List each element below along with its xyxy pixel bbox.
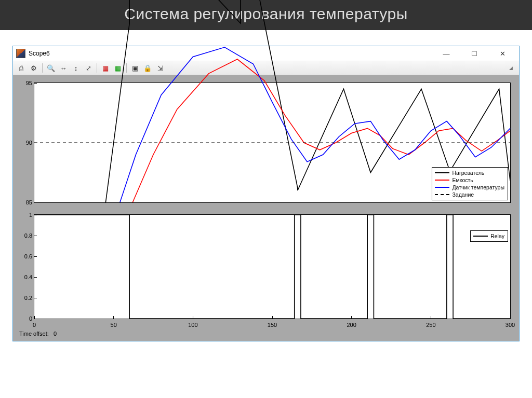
cursor1-icon[interactable]: ▦ [100, 63, 111, 73]
toolbar: ⎙ ⚙ 🔍 ↔ ↕ ⤢ ▦ ▦ ▣ 🔒 ⇲ ◢ [13, 61, 519, 75]
y-tick-label: 90 [19, 140, 32, 146]
zoom-x-icon[interactable]: ↔ [58, 63, 69, 73]
x-tick-label: 250 [426, 322, 435, 328]
y-tick-label: 1 [19, 212, 32, 218]
plot-area: НагревательЕмкостьДатчик температурыЗада… [13, 75, 519, 341]
slide-title: Система регулирования температуры [0, 0, 532, 30]
y-tick-label: 0.6 [19, 253, 32, 259]
zoom-icon[interactable]: 🔍 [46, 63, 56, 73]
legend-temperature: НагревательЕмкостьДатчик температурыЗада… [432, 167, 508, 200]
toolbar-separator [42, 63, 43, 73]
lock-icon[interactable]: 🔒 [142, 63, 153, 73]
toolbar-separator [126, 63, 127, 73]
x-tick-label: 200 [347, 322, 356, 328]
dropdown-icon[interactable]: ◢ [506, 63, 516, 73]
relay-plot-svg [34, 215, 510, 319]
settings-icon[interactable]: ⚙ [29, 63, 39, 73]
legend-relay: Relay [470, 230, 508, 242]
x-tick-label: 0 [33, 322, 36, 328]
y-tick-label: 85 [19, 199, 32, 205]
float-icon[interactable]: ▣ [130, 63, 140, 73]
y-tick-label: 0 [19, 315, 32, 322]
y-tick-label: 0.2 [19, 295, 32, 301]
y-tick-label: 0.8 [19, 232, 32, 239]
titlebar: Scope6 — ☐ ✕ [13, 46, 519, 61]
temperature-plot[interactable]: НагревательЕмкостьДатчик температурыЗада… [34, 83, 511, 203]
x-tick-label: 150 [268, 322, 277, 328]
maximize-button[interactable]: ☐ [465, 48, 484, 59]
minimize-button[interactable]: — [437, 48, 456, 59]
x-tick-label: 50 [111, 322, 117, 328]
print-icon[interactable]: ⎙ [16, 63, 26, 73]
window-title: Scope6 [29, 50, 437, 57]
toolbar-separator [97, 63, 97, 73]
zoom-y-icon[interactable]: ↕ [71, 63, 81, 73]
params-icon[interactable]: ⇲ [155, 63, 165, 73]
matlab-icon [16, 49, 25, 58]
autoscale-icon[interactable]: ⤢ [83, 63, 94, 73]
x-tick-label: 100 [188, 322, 197, 328]
close-button[interactable]: ✕ [493, 48, 512, 59]
legend-entry: Нагреватель [435, 169, 504, 176]
time-offset: Time offset: 0 [18, 331, 514, 337]
legend-entry: Датчик температуры [435, 184, 504, 191]
y-tick-label: 95 [19, 80, 32, 86]
y-tick-label: 0.4 [19, 274, 32, 280]
cursor2-icon[interactable]: ▦ [113, 63, 123, 73]
relay-plot[interactable]: Relay 00.20.40.60.81050100150200250300 [34, 214, 511, 319]
x-tick-label: 300 [506, 322, 515, 328]
legend-entry: Емкость [435, 176, 504, 184]
scope-window: Scope6 — ☐ ✕ ⎙ ⚙ 🔍 ↔ ↕ ⤢ ▦ ▦ ▣ 🔒 ⇲ ◢ Наг… [12, 46, 520, 341]
legend-entry: Задание [435, 191, 504, 198]
legend-entry: Relay [473, 232, 504, 240]
